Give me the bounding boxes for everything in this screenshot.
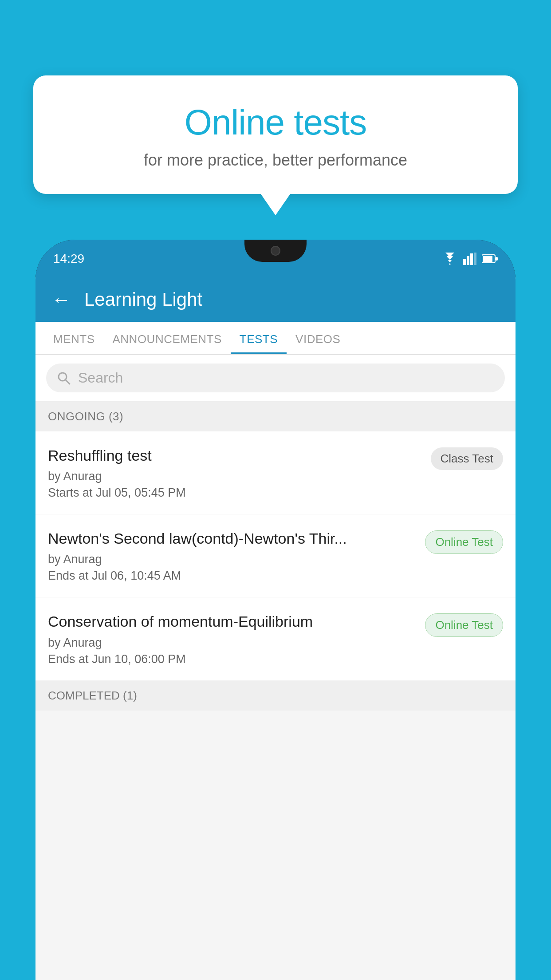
test-name-3: Conservation of momentum-Equilibrium: [48, 612, 416, 631]
test-badge-1: Class Test: [431, 447, 503, 470]
phone-screen: ← Learning Light MENTS ANNOUNCEMENTS TES…: [35, 277, 516, 980]
svg-rect-5: [483, 256, 492, 262]
tab-videos[interactable]: VIDEOS: [287, 322, 349, 354]
battery-icon: [482, 254, 498, 264]
svg-rect-6: [496, 257, 498, 261]
test-info-1: Reshuffling test by Anurag Starts at Jul…: [48, 446, 422, 500]
test-name-2: Newton's Second law(contd)-Newton's Thir…: [48, 529, 416, 548]
svg-line-8: [66, 380, 70, 384]
search-placeholder[interactable]: Search: [78, 370, 123, 386]
tabs-bar: MENTS ANNOUNCEMENTS TESTS VIDEOS: [35, 322, 516, 355]
svg-rect-0: [463, 259, 466, 265]
camera: [271, 246, 280, 256]
svg-rect-2: [470, 253, 473, 265]
svg-rect-1: [467, 256, 469, 265]
status-time: 14:29: [53, 252, 84, 266]
test-author-3: by Anurag: [48, 636, 416, 650]
status-bar: 14:29: [35, 240, 516, 277]
notch: [244, 240, 307, 262]
test-time-3: Ends at Jun 10, 06:00 PM: [48, 652, 416, 666]
wifi-icon: [442, 253, 458, 265]
signal-icon: [463, 253, 476, 265]
test-item-3[interactable]: Conservation of momentum-Equilibrium by …: [35, 597, 516, 680]
back-button[interactable]: ←: [51, 290, 71, 309]
test-time-1: Starts at Jul 05, 05:45 PM: [48, 486, 422, 500]
test-item-2[interactable]: Newton's Second law(contd)-Newton's Thir…: [35, 514, 516, 597]
test-badge-2: Online Test: [425, 530, 503, 554]
svg-rect-3: [474, 253, 476, 265]
tab-ments[interactable]: MENTS: [44, 322, 104, 354]
phone-frame: 14:29: [35, 240, 516, 980]
test-author-2: by Anurag: [48, 553, 416, 566]
speech-bubble: Online tests for more practice, better p…: [33, 75, 518, 194]
test-time-2: Ends at Jul 06, 10:45 AM: [48, 569, 416, 583]
test-item-1[interactable]: Reshuffling test by Anurag Starts at Jul…: [35, 431, 516, 514]
bubble-subtitle: for more practice, better performance: [55, 151, 496, 170]
completed-section-header: COMPLETED (1): [35, 681, 516, 711]
test-name-1: Reshuffling test: [48, 446, 422, 465]
status-icons: [442, 253, 498, 265]
test-info-3: Conservation of momentum-Equilibrium by …: [48, 612, 416, 666]
bubble-title: Online tests: [55, 102, 496, 143]
ongoing-section-header: ONGOING (3): [35, 402, 516, 431]
search-bar[interactable]: Search: [46, 364, 505, 392]
search-container: Search: [35, 355, 516, 402]
search-icon: [57, 371, 71, 385]
tab-announcements[interactable]: ANNOUNCEMENTS: [104, 322, 231, 354]
test-author-1: by Anurag: [48, 470, 422, 483]
test-info-2: Newton's Second law(contd)-Newton's Thir…: [48, 529, 416, 583]
app-header: ← Learning Light: [35, 277, 516, 322]
app-title: Learning Light: [84, 289, 202, 310]
test-list: Reshuffling test by Anurag Starts at Jul…: [35, 431, 516, 681]
test-badge-3: Online Test: [425, 613, 503, 637]
tab-tests[interactable]: TESTS: [231, 322, 287, 354]
